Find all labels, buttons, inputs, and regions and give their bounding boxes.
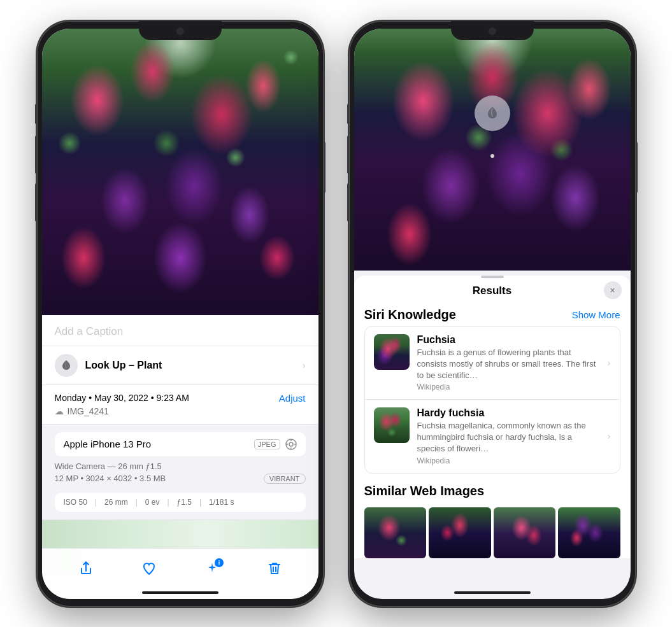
left-phone-screen: Add a Caption Look Up – Plant › <box>42 29 318 599</box>
similar-image-3[interactable] <box>494 507 556 558</box>
fuchsia-item[interactable]: Fuchsia Fuchsia is a genus of flowering … <box>365 327 620 400</box>
fuchsia-thumb-image <box>374 334 410 370</box>
fuchsia-thumbnail <box>374 334 410 370</box>
caption-input[interactable]: Add a Caption <box>55 325 124 337</box>
lookup-chevron-icon: › <box>303 360 306 370</box>
hardy-description: Fuchsia magellanica, commonly known as t… <box>417 420 600 455</box>
adjust-button[interactable]: Adjust <box>279 393 306 404</box>
hardy-chevron-icon: › <box>608 431 611 441</box>
hardy-thumb-image <box>374 407 410 443</box>
device-row: Apple iPhone 13 Pro JPEG <box>55 432 306 456</box>
results-title: Results <box>473 285 511 297</box>
similar-image-4[interactable] <box>558 507 620 558</box>
right-power-button[interactable] <box>636 142 638 193</box>
camera-settings-icon[interactable] <box>285 439 297 450</box>
fuchsia-content: Fuchsia Fuchsia is a genus of flowering … <box>417 334 600 392</box>
caption-area[interactable]: Add a Caption <box>42 315 318 346</box>
similar-title: Similar Web Images <box>364 484 485 498</box>
device-name: Apple iPhone 13 Pro <box>64 439 152 449</box>
siri-knowledge-header: Siri Knowledge Show More <box>364 302 620 326</box>
right-home-indicator <box>454 591 531 594</box>
hardy-content: Hardy fuchsia Fuchsia magellanica, commo… <box>417 407 600 465</box>
left-photo[interactable] <box>42 29 318 315</box>
show-more-button[interactable]: Show More <box>572 309 620 320</box>
flower-image <box>42 29 318 315</box>
meta-date: Monday • May 30, 2022 • 9:23 AM <box>55 393 189 403</box>
right-photo[interactable] <box>354 29 631 271</box>
meta-section: Monday • May 30, 2022 • 9:23 AM Adjust ☁… <box>42 385 318 425</box>
shutter-value: 1/181 s <box>209 498 234 507</box>
info-badge: i <box>215 558 224 567</box>
fuchsia-description: Fuchsia is a genus of flowering plants t… <box>417 347 600 382</box>
knowledge-card: Fuchsia Fuchsia is a genus of flowering … <box>364 326 620 474</box>
hardy-source: Wikipedia <box>417 456 600 465</box>
trash-icon <box>268 561 282 576</box>
results-close-button[interactable]: × <box>604 281 622 299</box>
meta-filename: IMG_4241 <box>68 406 109 416</box>
leaf-icon <box>60 359 73 372</box>
camera-specs-line2: 12 MP • 3024 × 4032 • 3.5 MB VIBRANT <box>55 474 306 484</box>
leaf-search-icon <box>483 104 501 122</box>
visual-search-icon[interactable] <box>475 95 510 131</box>
siri-knowledge-title: Siri Knowledge <box>364 307 456 322</box>
lookup-icon <box>55 354 78 377</box>
hardy-thumbnail <box>374 407 410 443</box>
device-section: Apple iPhone 13 Pro JPEG <box>42 425 318 520</box>
lookup-text: Look Up – Plant <box>85 360 162 371</box>
visual-search-dot <box>490 154 494 158</box>
right-mute-button[interactable] <box>347 104 349 124</box>
left-info-area: Add a Caption Look Up – Plant › <box>42 315 318 571</box>
cloud-icon: ☁ <box>55 406 64 416</box>
info-button[interactable]: i <box>204 561 220 580</box>
hardy-fuchsia-item[interactable]: Hardy fuchsia Fuchsia magellanica, commo… <box>365 399 620 473</box>
right-phone-screen: Results × Siri Knowledge Show More <box>354 29 631 599</box>
fuchsia-source: Wikipedia <box>417 383 600 391</box>
format-badge: JPEG <box>254 439 280 449</box>
right-flower-image <box>354 29 631 271</box>
results-sheet: Results × Siri Knowledge Show More <box>354 276 631 558</box>
vibrant-badge: VIBRANT <box>264 474 306 484</box>
volume-down-button[interactable] <box>35 183 37 222</box>
results-header: Results × <box>354 278 631 302</box>
share-button[interactable] <box>78 561 94 580</box>
similar-section: Similar Web Images <box>354 474 631 558</box>
iso-value: ISO 50 <box>64 498 87 507</box>
specs-numbers-row: ISO 50 | 26 mm | 0 ev | ƒ1.5 | 1/181 s <box>55 493 306 512</box>
focal-value: 26 mm <box>104 498 128 507</box>
right-phone: Results × Siri Knowledge Show More <box>349 21 636 607</box>
favorite-button[interactable] <box>141 561 157 580</box>
camera-specs: Wide Camera — 26 mm ƒ1.5 12 MP • 3024 × … <box>55 461 306 488</box>
similar-header: Similar Web Images <box>364 479 620 507</box>
fuchsia-title: Fuchsia <box>417 334 600 346</box>
phones-container: Add a Caption Look Up – Plant › <box>24 8 648 619</box>
similar-image-2[interactable] <box>429 507 491 558</box>
left-phone: Add a Caption Look Up – Plant › <box>37 21 324 607</box>
hardy-title: Hardy fuchsia <box>417 407 600 419</box>
fuchsia-chevron-icon: › <box>608 358 611 368</box>
mute-button[interactable] <box>35 104 37 124</box>
right-volume-up-button[interactable] <box>347 136 349 174</box>
lookup-row[interactable]: Look Up – Plant › <box>42 346 318 385</box>
similar-images-grid <box>364 507 620 558</box>
similar-image-1[interactable] <box>364 507 427 558</box>
power-button[interactable] <box>324 142 325 193</box>
aperture-value: ƒ1.5 <box>177 498 192 507</box>
right-volume-down-button[interactable] <box>347 183 349 222</box>
volume-up-button[interactable] <box>35 136 37 174</box>
share-icon <box>78 561 94 576</box>
delete-button[interactable] <box>268 561 282 580</box>
device-badges: JPEG <box>254 439 297 450</box>
heart-icon <box>141 561 157 576</box>
meta-filename-row: ☁ IMG_4241 <box>55 406 306 416</box>
ev-value: 0 ev <box>145 498 160 507</box>
siri-knowledge-section: Siri Knowledge Show More Fuchsia Fuchsia… <box>354 302 631 474</box>
home-indicator <box>142 591 218 594</box>
meta-date-row: Monday • May 30, 2022 • 9:23 AM Adjust <box>55 393 306 404</box>
svg-point-1 <box>289 442 293 446</box>
camera-specs-line1: Wide Camera — 26 mm ƒ1.5 <box>55 461 306 471</box>
